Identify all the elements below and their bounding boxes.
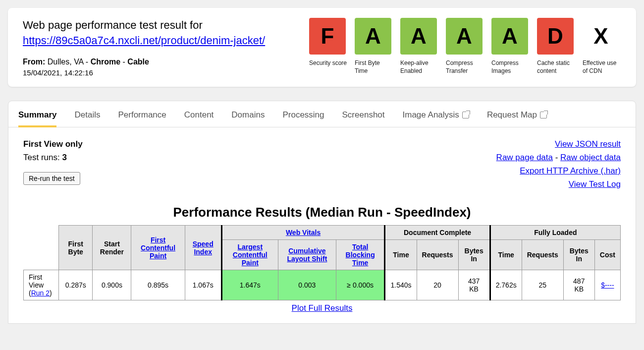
group-web-vitals: Web Vitals (221, 226, 385, 240)
col-dc-requests: Requests (417, 240, 458, 270)
raw-object-link[interactable]: Raw object data (560, 153, 621, 162)
grade-label: Security score (309, 59, 347, 67)
results-panel: SummaryDetailsPerformanceContentDomainsP… (8, 101, 636, 324)
from-line: From: Dulles, VA - Chrome - Cable (23, 58, 299, 66)
test-timestamp: 15/04/2021, 14:22:16 (23, 68, 299, 77)
grade-keep-alive-enabled[interactable]: AKeep-alive Enabled (400, 18, 439, 75)
tested-url-link[interactable]: https://89c5a0a7c4.nxcli.net/product/den… (23, 34, 265, 47)
col-start-render: Start Render (93, 226, 131, 270)
col-cls: Cumulative Layout Shift (278, 240, 336, 270)
group-fully-loaded: Fully Loaded (490, 226, 620, 240)
grade-label: First Byte Time (355, 59, 393, 75)
grade-letter: X (583, 18, 619, 55)
result-header-card: Web page performance test result for htt… (8, 8, 636, 87)
grade-compress-images[interactable]: ACompress Images (491, 18, 530, 75)
grade-compress-transfer[interactable]: ACompress Transfer (446, 18, 484, 75)
grade-letter: D (537, 18, 574, 55)
grade-letter: A (491, 18, 528, 55)
col-dc-time: Time (385, 240, 417, 270)
perf-results-title: Performance Results (Median Run - SpeedI… (23, 205, 621, 220)
summary-info: First View only Test runs: 3 Re-run the … (23, 137, 83, 185)
view-log-link[interactable]: View Test Log (569, 179, 621, 189)
external-link-icon (540, 112, 547, 118)
tab-image-analysis[interactable]: Image Analysis (403, 110, 469, 127)
tab-request-map[interactable]: Request Map (487, 110, 547, 127)
col-tbt: Total Blocking Time (336, 240, 385, 270)
export-har-link[interactable]: Export HTTP Archive (.har) (520, 166, 621, 175)
grade-label: Effective use of CDN (583, 59, 621, 75)
tab-content[interactable]: Content (184, 110, 214, 127)
title-prefix: Web page performance test result for (23, 19, 203, 31)
tab-performance[interactable]: Performance (118, 110, 166, 127)
grade-letter: A (446, 18, 483, 55)
row-label: First View (Run 2) (24, 270, 59, 300)
tabs-row: SummaryDetailsPerformanceContentDomainsP… (8, 101, 636, 127)
grade-letter: A (400, 18, 437, 55)
raw-page-link[interactable]: Raw page data (496, 153, 553, 162)
tab-details[interactable]: Details (74, 110, 100, 127)
tab-domains[interactable]: Domains (231, 110, 265, 127)
run-link[interactable]: Run 2 (31, 289, 50, 297)
col-fl-bytes: Bytes In (563, 240, 594, 270)
tab-summary[interactable]: Summary (18, 110, 56, 127)
col-lcp: Largest Contentful Paint (221, 240, 278, 270)
grade-label: Compress Transfer (446, 59, 484, 75)
grade-letter: A (355, 18, 391, 55)
header-left: Web page performance test result for htt… (23, 18, 299, 77)
col-dc-bytes: Bytes In (458, 240, 490, 270)
col-first-byte: First Byte (59, 226, 93, 270)
grade-cache-static-content[interactable]: DCache static content (537, 18, 576, 75)
grade-label: Keep-alive Enabled (400, 59, 439, 75)
grade-effective-use-of-cdn[interactable]: XEffective use of CDN (583, 18, 621, 75)
grade-label: Compress Images (491, 59, 530, 75)
rerun-button[interactable]: Re-run the test (23, 172, 80, 185)
tab-processing[interactable]: Processing (282, 110, 324, 127)
perf-results-table: First Byte Start Render First Contentful… (23, 225, 621, 300)
export-links: View JSON result Raw page data - Raw obj… (496, 137, 621, 191)
grades-row: FSecurity scoreAFirst Byte TimeAKeep-ali… (309, 18, 621, 75)
plot-full-results-link[interactable]: Plot Full Results (292, 303, 353, 313)
grade-letter: F (309, 18, 346, 55)
col-cost: Cost (594, 240, 620, 270)
external-link-icon (462, 112, 469, 118)
table-row: First View (Run 2) 0.287s 0.900s 0.895s … (24, 270, 621, 300)
grade-security-score[interactable]: FSecurity score (309, 18, 348, 75)
group-doc-complete: Document Complete (385, 226, 490, 240)
tab-screenshot[interactable]: Screenshot (342, 110, 385, 127)
col-fl-time: Time (490, 240, 522, 270)
col-speed-index: Speed Index (185, 226, 221, 270)
view-json-link[interactable]: View JSON result (555, 139, 621, 149)
cost-link[interactable]: $---- (601, 281, 614, 289)
col-fcp: First Contentful Paint (131, 226, 185, 270)
col-fl-requests: Requests (522, 240, 563, 270)
grade-label: Cache static content (537, 59, 576, 75)
grade-first-byte-time[interactable]: AFirst Byte Time (355, 18, 393, 75)
